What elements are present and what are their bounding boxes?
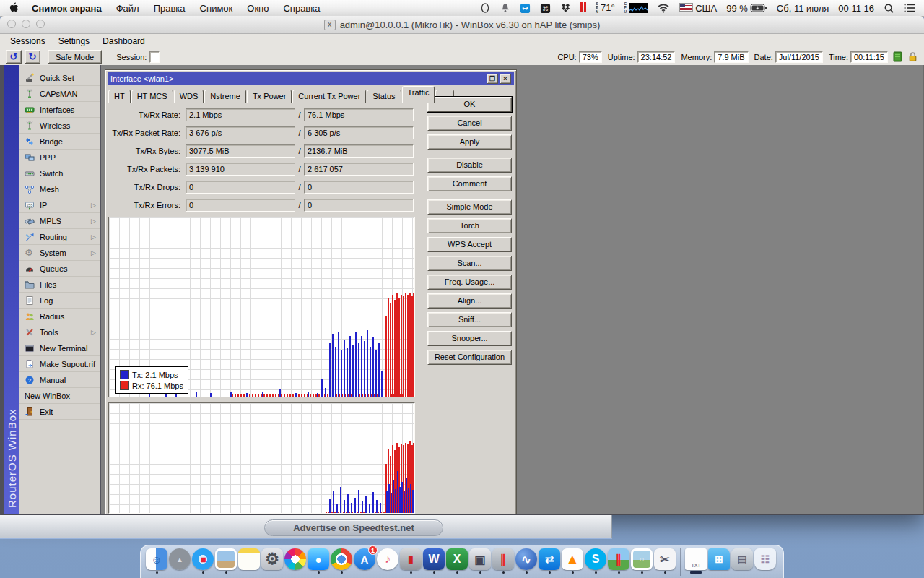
sidebar-item-exit[interactable]: Exit xyxy=(19,404,100,420)
session-input[interactable] xyxy=(149,51,160,63)
align-button[interactable]: Align... xyxy=(427,293,512,309)
dock-item-network-folder[interactable]: ▤ xyxy=(731,548,754,570)
tab-ht[interactable]: HT xyxy=(108,90,131,103)
sidebar-item-system[interactable]: ⚙System▷ xyxy=(19,245,100,261)
tx-value-field[interactable]: 2.1 Mbps xyxy=(186,108,295,121)
dock-item-safari[interactable]: ◆ xyxy=(191,548,214,574)
sidebar-item-queues[interactable]: Queues xyxy=(19,261,100,277)
dialog-close-button[interactable]: × xyxy=(500,74,511,84)
dock-item-screenshot[interactable]: ✂ xyxy=(653,548,676,574)
winbox-menu-dashboard[interactable]: Dashboard xyxy=(103,36,145,46)
dock-item-app-store[interactable]: A1 xyxy=(353,548,376,570)
dock-item-launchpad[interactable]: ▲ xyxy=(168,548,191,570)
status-wifi[interactable] xyxy=(657,3,670,13)
dialog-maximize-button[interactable]: ❐ xyxy=(487,74,498,84)
tab-status[interactable]: Status xyxy=(367,90,401,103)
dock-item-image-capture[interactable]: ○ xyxy=(630,548,653,574)
menu-файл[interactable]: Файл xyxy=(116,3,139,14)
dock-item-photos[interactable] xyxy=(284,548,307,570)
dock-item-excel[interactable]: X xyxy=(445,548,468,574)
status-notification-center[interactable] xyxy=(904,3,915,13)
minimize-window-button[interactable] xyxy=(22,20,30,28)
wps-accept-button[interactable]: WPS Accept xyxy=(427,237,512,252)
sidebar-item-tools[interactable]: Tools▷ xyxy=(19,324,100,340)
cancel-button[interactable]: Cancel xyxy=(427,116,512,131)
sidebar-item-bridge[interactable]: Bridge xyxy=(19,134,100,150)
dock-item-preview[interactable] xyxy=(214,548,237,574)
dock-item-trash[interactable]: ☷ xyxy=(754,548,777,570)
tx-value-field[interactable]: 0 xyxy=(186,181,295,194)
disable-button[interactable]: Disable xyxy=(427,158,512,173)
advertise-button[interactable]: Advertise on Speedtest.net xyxy=(264,519,443,536)
sidebar-item-new-terminal[interactable]: New Terminal xyxy=(19,340,100,356)
scan-button[interactable]: Scan... xyxy=(427,256,512,271)
sidebar-item-ip[interactable]: 255IP▷ xyxy=(19,197,100,213)
rx-value-field[interactable]: 2136.7 MiB xyxy=(304,144,414,158)
status-notifications[interactable] xyxy=(500,3,510,14)
sidebar-item-manual[interactable]: ?Manual xyxy=(19,372,100,388)
rx-value-field[interactable]: 0 xyxy=(304,181,414,194)
dialog-title-bar[interactable]: Interface <wlan1> ❐ × xyxy=(108,72,514,85)
rx-value-field[interactable]: 6 305 p/s xyxy=(304,126,414,139)
undo-button[interactable]: ↺ xyxy=(6,50,22,64)
dock-item-parallels[interactable]: ∥ xyxy=(492,548,515,574)
sidebar-item-wireless[interactable]: Wireless xyxy=(19,118,100,134)
dock-item-finder[interactable]: ☺ xyxy=(145,548,168,574)
dock-item-windows-folder[interactable]: ⊞ xyxy=(707,548,731,570)
menu-окно[interactable]: Окно xyxy=(247,3,269,14)
sidebar-item-capsman[interactable]: CAPsMAN xyxy=(19,86,100,102)
tab-traffic[interactable]: Traffic xyxy=(402,86,435,103)
apply-button[interactable]: Apply xyxy=(427,134,512,150)
sidebar-item-files[interactable]: Files xyxy=(19,277,100,293)
dock-item-windows-app[interactable]: ∥ xyxy=(607,548,630,574)
tx-value-field[interactable]: 0 xyxy=(186,199,295,212)
dock-item-winbox[interactable]: ∿ xyxy=(515,548,538,574)
status-battery[interactable]: 99 % xyxy=(726,3,767,14)
dock-item-messages[interactable]: ● xyxy=(307,548,330,574)
status-cpu-monitor[interactable]: CPU xyxy=(624,2,648,14)
menu-снимок[interactable]: Снимок xyxy=(200,3,233,14)
sidebar-item-mpls[interactable]: MPLS▷ xyxy=(19,213,100,229)
tx-value-field[interactable]: 3 676 p/s xyxy=(186,126,295,139)
dock-item-word[interactable]: W xyxy=(422,548,445,574)
dock-item-kvm-switch[interactable]: ▮ xyxy=(399,548,422,574)
dock-item-teamviewer[interactable]: ⇄ xyxy=(538,548,561,574)
tab-ht-mcs[interactable]: HT MCS xyxy=(131,90,173,103)
dock-item-notes[interactable] xyxy=(237,548,261,570)
dock-item-itunes[interactable]: ♪ xyxy=(376,548,399,570)
dock-item-remote-desktop[interactable]: ▣ xyxy=(468,548,492,574)
sidebar-item-interfaces[interactable]: Interfaces xyxy=(19,102,100,118)
winbox-menu-settings[interactable]: Settings xyxy=(58,36,90,46)
sidebar-item-quick-set[interactable]: Quick Set xyxy=(19,70,100,86)
tab-current-tx-power[interactable]: Current Tx Power xyxy=(292,90,366,103)
tab-wds[interactable]: WDS xyxy=(174,90,204,103)
window-title-bar[interactable]: X admin@10.0.0.1 (MikroTik) - WinBox v6.… xyxy=(0,16,924,34)
sniff-button[interactable]: Sniff... xyxy=(427,312,512,327)
tx-value-field[interactable]: 3 139 910 xyxy=(186,163,295,176)
status-parallels-menu[interactable] xyxy=(580,2,586,14)
safe-mode-button[interactable]: Safe Mode xyxy=(48,50,102,64)
active-app-name[interactable]: Снимок экрана xyxy=(32,3,102,14)
sidebar-item-radius[interactable]: Radius xyxy=(19,309,100,324)
status-dropbox-menu[interactable] xyxy=(560,3,571,13)
rx-value-field[interactable]: 76.1 Mbps xyxy=(304,108,414,121)
reset-configuration-button[interactable]: Reset Configuration xyxy=(427,350,512,365)
sidebar-item-ppp[interactable]: PPP xyxy=(19,150,100,165)
winbox-menu-sessions[interactable]: Sessions xyxy=(10,36,45,46)
dock-item-text-document[interactable]: TXT xyxy=(684,548,707,574)
torch-button[interactable]: Torch xyxy=(427,218,512,233)
close-window-button[interactable] xyxy=(7,20,16,28)
status-spotlight[interactable] xyxy=(884,3,894,14)
status-user-silhouette[interactable] xyxy=(479,2,491,14)
status-clock[interactable]: 00 11 16 xyxy=(838,3,874,14)
ok-button[interactable]: OK xyxy=(427,97,512,112)
tab-tx-power[interactable]: Tx Power xyxy=(247,90,292,103)
snooper-button[interactable]: Snooper... xyxy=(427,331,512,346)
status-input-language[interactable]: США xyxy=(679,3,717,14)
dock-item-vlc[interactable]: ▲ xyxy=(561,548,584,574)
status-date[interactable]: Сб, 11 июля xyxy=(777,3,829,14)
menu-правка[interactable]: Правка xyxy=(154,3,186,14)
zoom-window-button[interactable] xyxy=(36,20,45,28)
freq-usage-button[interactable]: Freq. Usage... xyxy=(427,275,512,290)
background-browser-window[interactable]: Advertise on Speedtest.net xyxy=(0,515,612,539)
